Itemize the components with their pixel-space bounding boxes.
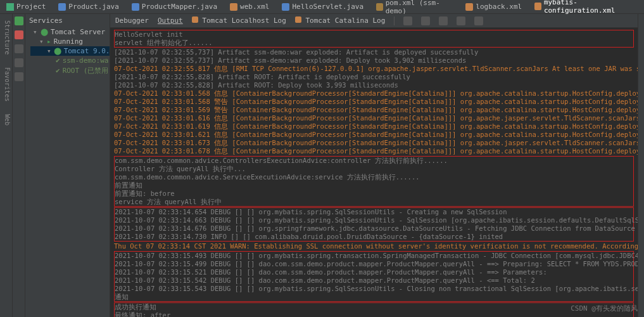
log-line: 07-Oct-2021 02:33:01.619 信息 [ContainerBa… — [114, 122, 634, 131]
tab-helloservlet-java[interactable]: HelloServlet.java — [275, 1, 370, 13]
settings-icon[interactable] — [15, 58, 23, 67]
highlight-box-3: 2021-10-07 02:33:14.654 DEBUG [] [] org.… — [114, 207, 634, 242]
node-artifact-ssm[interactable]: ✔ssm-demo:war explo — [30, 56, 110, 65]
run-icon[interactable] — [15, 16, 23, 25]
log-line: service 方法 queryAll 执行中 — [115, 198, 633, 206]
rail-structure[interactable]: Structure — [1, 20, 11, 55]
log-line: 07-Oct-2021 02:33:01.569 警告 [ContainerBa… — [114, 106, 634, 114]
log-line: 最终通知: after — [115, 311, 633, 317]
services-sidebar: Services ▾⬤Tomcat Server ▾▸Running ▾⬤Tom… — [25, 14, 110, 317]
log-line: 07-Oct-2021 02:33:01.568 警告 [ContainerBa… — [114, 98, 634, 106]
toolbar-btn-1[interactable] — [403, 16, 412, 25]
log-line: HelloServlet init — [115, 30, 633, 39]
services-tree: ▾⬤Tomcat Server ▾▸Running ▾⬤Tomcat 9.0.1… — [25, 27, 110, 76]
right-rail — [638, 14, 644, 317]
tab-project[interactable]: Project — [0, 1, 52, 13]
log-line: 成功执行通知 — [115, 303, 633, 311]
tab-web-xml[interactable]: web.xml — [224, 1, 275, 13]
main-area: Structure Favorites Web Services ▾⬤Tomca… — [0, 14, 644, 317]
tab-logback-xml[interactable]: logback.xml — [459, 1, 528, 13]
highlight-box-1: HelloServlet init servlet 组件初始化了...... — [114, 30, 634, 48]
log-line: 2021-10-07 02:33:15.493 DEBUG [] [] org.… — [115, 252, 633, 260]
content-panel: Debugger Output Tomcat Localhost Log Tom… — [110, 14, 638, 317]
log-line: [2021-10-07 02:32:55,828] Artifact ROOT:… — [114, 81, 634, 89]
log-line: 07-Oct-2021 02:33:01.621 信息 [ContainerBa… — [114, 131, 634, 139]
rail-favorites[interactable]: Favorites — [1, 67, 11, 101]
log-line: 07-Oct-2021 02:33:01.568 信息 [ContainerBa… — [114, 89, 634, 98]
log-line: 2021-10-07 02:33:15.542 DEBUG [] [] dao.… — [115, 276, 633, 285]
log-line: 通知 — [115, 293, 633, 301]
log-line: 前置通知 — [115, 181, 633, 190]
tab-tc-localhost[interactable]: Tomcat Localhost Log — [192, 16, 286, 25]
log-line: 2021-10-07 02:33:15.543 DEBUG [] [] org.… — [115, 285, 633, 293]
run-gutter — [13, 14, 25, 317]
rail-web[interactable]: Web — [1, 114, 11, 126]
left-tool-rail: Structure Favorites Web — [0, 14, 13, 317]
watermark: CSDN @有头发的随风 — [571, 304, 638, 313]
log-line: [2021-10-07 02:32:55,737] Artifact ssm-d… — [114, 48, 634, 56]
log-line: 2021-10-07 02:33:15.499 DEBUG [] [] dao.… — [115, 260, 633, 268]
log-line: 2021-10-07 02:33:14.663 DEBUG [] [] org.… — [115, 216, 633, 224]
services-header[interactable]: Services — [25, 14, 110, 27]
highlight-box-4: 2021-10-07 02:33:15.493 DEBUG [] [] org.… — [114, 251, 634, 302]
log-line: [2021-10-07 02:32:55,737] Artifact ssm-d… — [114, 56, 634, 65]
highlight-box-5: 成功执行通知 最终通知: after 成功执行后通知: afterReturni… — [114, 302, 634, 317]
highlight-box-2: com.ssm.demo.common.advice.ControllersEx… — [114, 156, 634, 207]
log-line: 2021-10-07 02:33:14.676 DEBUG [] [] org.… — [115, 224, 633, 233]
pin-icon[interactable] — [15, 72, 23, 81]
stop-icon[interactable] — [15, 30, 23, 39]
node-running[interactable]: ▾▸Running — [30, 37, 110, 46]
log-line: 07-Oct-2021 02:32:55.817 信息 [RMI TCP Con… — [114, 65, 634, 73]
tab-output[interactable]: Output — [158, 16, 183, 25]
toolbar-btn-4[interactable] — [457, 16, 465, 25]
log-line: 07-Oct-2021 02:33:01.678 信息 [ContainerBa… — [114, 147, 634, 155]
log-line: 前置通知: before — [115, 190, 633, 198]
log-line: com.ssm.demo.common.advice.ServiceExecut… — [115, 173, 633, 181]
log-line: Controller 方法 queryAll 执行中... — [115, 165, 633, 173]
log-line: [2021-10-07 02:32:55,828] Artifact ROOT:… — [114, 73, 634, 81]
node-tomcat-local[interactable]: ▾⬤Tomcat 9.0.11 [local] — [30, 46, 110, 56]
tab-productmapper-java[interactable]: ProductMapper.java — [125, 1, 224, 13]
log-line: Thu Oct 07 02:33:14 CST 2021 WARN: Estab… — [114, 242, 634, 250]
log-line: 2021-10-07 02:33:14.654 DEBUG [] [] org.… — [115, 208, 633, 216]
debug-icon[interactable] — [15, 44, 23, 53]
tab-product-java[interactable]: Product.java — [52, 1, 125, 13]
tab-debugger[interactable]: Debugger — [115, 16, 149, 25]
toolbar-btn-5[interactable] — [474, 16, 483, 25]
log-line: 2021-10-07 02:33:15.521 DEBUG [] [] dao.… — [115, 268, 633, 276]
node-artifact-root[interactable]: ✔ROOT (已禁用) — [30, 65, 110, 76]
tab-tc-catalina[interactable]: Tomcat Catalina Log — [295, 16, 385, 25]
log-line: servlet 组件初始化了...... — [115, 39, 633, 47]
log-line: 2021-10-07 02:33:14.730 INFO [] [] com.a… — [115, 233, 633, 241]
editor-tabs-bar: Project Product.java ProductMapper.java … — [0, 0, 644, 14]
log-line: 07-Oct-2021 02:33:01.673 信息 [ContainerBa… — [114, 139, 634, 147]
toolbar-btn-2[interactable] — [421, 16, 430, 25]
log-line: com.ssm.demo.common.advice.ControllersEx… — [115, 157, 633, 165]
node-tomcat-server[interactable]: ▾⬤Tomcat Server — [30, 27, 110, 37]
log-line: 07-Oct-2021 02:33:01.616 信息 [ContainerBa… — [114, 114, 634, 122]
toolbar-btn-3[interactable] — [439, 16, 448, 25]
console-output[interactable]: HelloServlet init servlet 组件初始化了...... [… — [110, 28, 638, 317]
debug-toolbar: Debugger Output Tomcat Localhost Log Tom… — [110, 14, 638, 28]
